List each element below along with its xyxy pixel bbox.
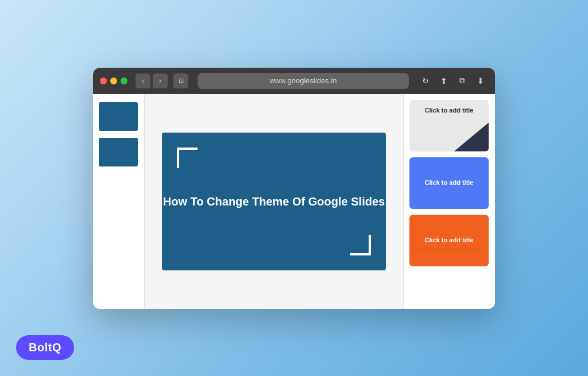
slide-main-title: How To Change Theme Of Google Slides	[163, 193, 385, 210]
window-button[interactable]: ⊡	[173, 73, 188, 88]
url-text: www.googleslides.in	[269, 76, 336, 85]
boltq-logo: BoltQ	[16, 335, 74, 360]
browser-actions: ↻ ⬆ ⧉ ⬇	[418, 73, 488, 88]
forward-button[interactable]: ›	[153, 73, 168, 88]
reload-icon[interactable]: ↻	[418, 73, 433, 88]
theme-card-2[interactable]: Click to add title	[409, 157, 489, 209]
nav-buttons: ‹ ›	[136, 73, 168, 88]
themes-panel: Click to add title Click to add title Cl…	[403, 94, 495, 309]
slide-thumbnail-1[interactable]	[99, 102, 138, 131]
address-bar[interactable]: www.googleslides.in	[198, 73, 409, 89]
main-slide-area: How To Change Theme Of Google Slides	[145, 94, 403, 309]
minimize-button[interactable]	[110, 77, 117, 84]
corner-bracket-bottom-right	[350, 235, 371, 255]
theme-card-3[interactable]: Click to add title	[409, 215, 489, 266]
browser-content: How To Change Theme Of Google Slides Cli…	[93, 94, 495, 309]
back-button[interactable]: ‹	[136, 73, 150, 88]
theme-2-label: Click to add title	[423, 176, 476, 189]
theme-3-divider	[415, 249, 483, 250]
slide-thumbnail-2[interactable]	[99, 138, 138, 166]
theme-1-label: Click to add title	[409, 107, 489, 114]
theme-card-1[interactable]: Click to add title	[409, 100, 489, 152]
share-icon[interactable]: ⬆	[436, 73, 451, 88]
browser-window: ‹ › ⊡ www.googleslides.in ↻ ⬆ ⧉ ⬇ How To…	[93, 68, 495, 309]
traffic-lights	[100, 77, 127, 84]
corner-bracket-top-left	[177, 148, 198, 168]
close-button[interactable]	[100, 77, 107, 84]
main-slide[interactable]: How To Change Theme Of Google Slides	[162, 133, 386, 270]
copy-icon[interactable]: ⧉	[455, 73, 470, 88]
browser-chrome: ‹ › ⊡ www.googleslides.in ↻ ⬆ ⧉ ⬇	[93, 68, 495, 94]
theme-1-accent	[454, 123, 489, 152]
slides-panel	[93, 94, 145, 309]
boltq-logo-text: BoltQ	[29, 341, 61, 354]
maximize-button[interactable]	[121, 77, 127, 84]
theme-3-label: Click to add title	[423, 234, 476, 246]
download-icon[interactable]: ⬇	[473, 73, 488, 88]
